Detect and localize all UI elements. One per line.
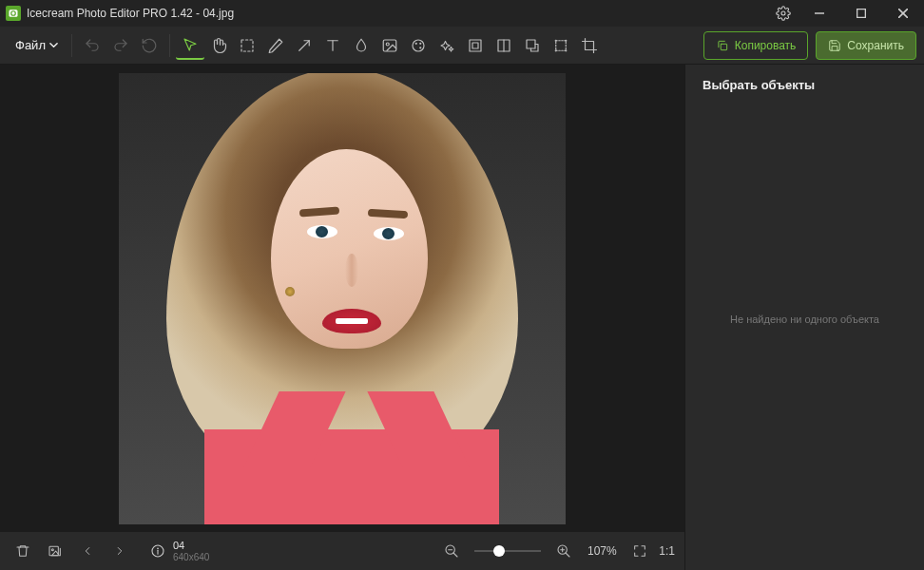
svg-rect-19	[527, 40, 535, 48]
undo-button[interactable]	[78, 31, 106, 60]
svg-rect-4	[857, 10, 866, 18]
brush-tool[interactable]	[261, 31, 290, 60]
svg-line-35	[566, 553, 569, 557]
redo-button[interactable]	[106, 31, 135, 60]
gallery-button[interactable]	[42, 538, 68, 564]
crop-tool[interactable]	[575, 31, 604, 60]
statusbar: 04 640x640 107% 1:1	[0, 532, 684, 570]
svg-point-14	[419, 47, 421, 48]
fit-button[interactable]	[626, 538, 653, 564]
file-menu[interactable]: Файл	[8, 34, 66, 56]
settings-button[interactable]	[768, 0, 799, 27]
delete-button[interactable]	[10, 538, 36, 564]
svg-rect-15	[470, 40, 481, 51]
app-icon	[6, 6, 21, 21]
blur-tool[interactable]	[347, 31, 375, 60]
effects-tool[interactable]	[433, 31, 461, 60]
svg-line-8	[299, 40, 310, 50]
window-title: Icecream Photo Editor PRO 1.42 - 04.jpg	[27, 7, 768, 20]
separator	[71, 34, 72, 57]
zoom-level: 107%	[583, 544, 621, 558]
ratio-button[interactable]: 1:1	[659, 544, 675, 558]
prev-button[interactable]	[74, 538, 101, 564]
maximize-button[interactable]	[840, 0, 882, 27]
rectangle-select-tool[interactable]	[233, 31, 261, 60]
hand-tool[interactable]	[204, 31, 233, 60]
svg-rect-20	[556, 40, 567, 50]
file-menu-label: Файл	[15, 38, 46, 52]
svg-point-13	[419, 42, 421, 44]
photo	[119, 73, 566, 524]
svg-rect-25	[721, 44, 726, 49]
select-tool[interactable]	[176, 31, 204, 60]
zoom-out-button[interactable]	[438, 538, 465, 564]
svg-point-30	[158, 548, 159, 549]
separator	[169, 34, 170, 57]
close-button[interactable]	[882, 0, 924, 27]
file-name: 04	[173, 540, 209, 552]
save-button[interactable]: Сохранить	[816, 31, 916, 60]
file-info: 04 640x640	[150, 540, 209, 562]
side-panel-title: Выбрать объекты	[685, 65, 924, 105]
svg-rect-7	[241, 40, 253, 51]
arrow-tool[interactable]	[290, 31, 318, 60]
zoom-slider-thumb[interactable]	[493, 545, 505, 557]
file-dimensions: 640x640	[173, 552, 209, 563]
next-button[interactable]	[106, 538, 133, 564]
side-panel: Выбрать объекты Не найдено ни одного объ…	[684, 65, 924, 570]
save-icon	[828, 39, 841, 52]
info-icon	[150, 543, 165, 559]
chevron-down-icon	[49, 41, 58, 49]
side-panel-empty: Не найдено ни одного объекта	[685, 105, 924, 570]
zoom-in-button[interactable]	[550, 538, 577, 564]
transform-tool[interactable]	[547, 31, 575, 60]
svg-point-27	[51, 549, 53, 551]
zoom-slider[interactable]	[474, 550, 541, 552]
svg-point-23	[555, 49, 557, 51]
canvas-area: 04 640x640 107% 1:1	[0, 65, 684, 570]
svg-line-32	[453, 553, 457, 557]
svg-point-12	[415, 42, 417, 44]
copy-icon	[716, 39, 729, 52]
svg-point-11	[413, 40, 424, 51]
svg-rect-16	[472, 43, 478, 48]
split-tool[interactable]	[490, 31, 518, 60]
minimize-button[interactable]	[799, 0, 840, 27]
frame-tool[interactable]	[461, 31, 490, 60]
canvas-viewport[interactable]	[0, 65, 684, 532]
color-tool[interactable]	[404, 31, 433, 60]
svg-point-2	[781, 11, 785, 15]
svg-point-21	[555, 39, 557, 41]
resize-tool[interactable]	[518, 31, 547, 60]
copy-label: Копировать	[735, 39, 797, 52]
image-tool[interactable]	[375, 31, 404, 60]
svg-rect-26	[49, 546, 58, 555]
text-tool[interactable]	[318, 31, 347, 60]
svg-point-24	[565, 49, 567, 51]
toolbar: Файл Копировать Сохранить	[0, 27, 924, 65]
body: 04 640x640 107% 1:1 Выбрать объекты Не н…	[0, 65, 924, 570]
svg-point-22	[565, 39, 567, 41]
save-label: Сохранить	[847, 39, 904, 52]
copy-button[interactable]: Копировать	[703, 31, 809, 60]
svg-point-10	[386, 43, 389, 46]
titlebar: Icecream Photo Editor PRO 1.42 - 04.jpg	[0, 0, 924, 27]
svg-rect-9	[383, 40, 396, 51]
reset-button[interactable]	[135, 31, 164, 60]
